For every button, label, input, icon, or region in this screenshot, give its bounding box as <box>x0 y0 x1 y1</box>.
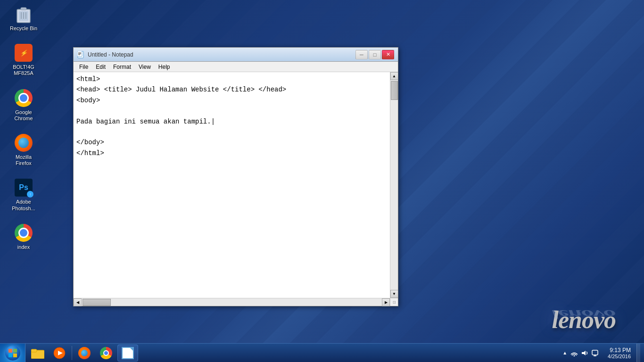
svg-marker-21 <box>582 351 586 355</box>
firefox-label: Mozilla Firefox <box>7 154 40 166</box>
google-chrome-label: Google Chrome <box>7 109 40 122</box>
index-label: index <box>17 244 30 250</box>
tray-volume-icon[interactable] <box>580 349 589 357</box>
start-button[interactable] <box>0 344 25 362</box>
notepad-hscrollbar[interactable]: ◀ ▶ <box>74 298 390 306</box>
scrollbar-corner: ⊡ <box>390 298 398 306</box>
file-manager-icon <box>31 346 44 360</box>
tray-action-center-icon[interactable] <box>591 349 599 357</box>
firefox-icon <box>14 133 33 152</box>
menu-edit[interactable]: Edit <box>92 63 109 71</box>
photoshop-label: Adobe Photosh... <box>7 199 40 211</box>
media-player-icon <box>53 346 66 360</box>
photoshop-icon: Ps ↑ <box>14 178 33 197</box>
recycle-bin-label: Recycle Bin <box>10 25 37 32</box>
taskbar-divider-1 <box>72 346 72 360</box>
scroll-thumb[interactable] <box>391 81 398 100</box>
notepad-window: Untitled - Notepad ─ □ ✕ File Edit Forma… <box>73 47 398 306</box>
desktop-icon-photoshop[interactable]: Ps ↑ Adobe Photosh... <box>5 176 42 214</box>
scroll-down-button[interactable]: ▼ <box>390 290 398 298</box>
menu-help[interactable]: Help <box>155 63 174 71</box>
svg-rect-3 <box>21 8 26 10</box>
menu-format[interactable]: Format <box>109 63 135 71</box>
minimize-button[interactable]: ─ <box>355 50 368 59</box>
lenovo-reflection: lenovo <box>552 307 616 321</box>
taskbar: ▲ <box>0 343 644 362</box>
start-orb <box>5 346 20 361</box>
svg-rect-13 <box>13 349 17 353</box>
tray-icons: ▲ <box>559 349 602 357</box>
show-desktop-button[interactable] <box>636 344 640 362</box>
bolt-label: BOLT!4G MF825A <box>13 64 34 76</box>
hscroll-right-button[interactable]: ▶ <box>382 298 390 306</box>
index-icon <box>14 223 33 242</box>
ps-badge: ↑ <box>27 191 33 197</box>
taskbar-app-file-manager[interactable] <box>27 345 48 362</box>
desktop-icons-area: Recycle Bin ⚡ BOLT!4G MF825A Google Chro… <box>0 0 47 330</box>
bolt-icon: ⚡ <box>14 43 33 62</box>
desktop-icon-firefox[interactable]: Mozilla Firefox <box>5 131 42 169</box>
notepad-title-icon <box>77 51 85 58</box>
hscroll-left-button[interactable]: ◀ <box>74 298 82 306</box>
tray-clock[interactable]: 9:13 PM 4/25/2016 <box>605 347 634 359</box>
tray-chevron-icon[interactable]: ▲ <box>561 350 568 355</box>
notepad-hscroll-row: ◀ ▶ ⊡ <box>74 298 398 306</box>
svg-rect-17 <box>31 349 37 352</box>
taskbar-apps <box>25 344 140 362</box>
windows-logo-icon <box>8 349 17 357</box>
desktop-icon-bolt[interactable]: ⚡ BOLT!4G MF825A <box>5 41 42 79</box>
svg-point-20 <box>574 355 575 356</box>
svg-rect-14 <box>8 354 12 357</box>
notepad-scrollbar[interactable]: ▲ ▼ <box>390 72 398 298</box>
notepad-content-area: <html> <head> <title> Judul Halaman Webs… <box>74 72 398 298</box>
svg-rect-22 <box>592 350 598 355</box>
tray-date: 4/25/2016 <box>608 354 631 359</box>
system-tray: ▲ <box>555 344 644 362</box>
desktop-icon-index[interactable]: index <box>5 221 42 253</box>
notepad-menubar: File Edit Format View Help <box>74 62 398 72</box>
hscroll-track[interactable] <box>82 298 382 306</box>
desktop: Recycle Bin ⚡ BOLT!4G MF825A Google Chro… <box>0 0 644 362</box>
taskbar-firefox-icon <box>78 346 91 360</box>
scroll-track[interactable] <box>390 80 398 290</box>
svg-rect-12 <box>8 349 12 353</box>
notepad-titlebar: Untitled - Notepad ─ □ ✕ <box>74 48 398 62</box>
desktop-icon-google-chrome[interactable]: Google Chrome <box>5 86 42 124</box>
desktop-icon-recycle-bin[interactable]: Recycle Bin <box>5 2 42 34</box>
menu-view[interactable]: View <box>135 63 155 71</box>
scroll-up-button[interactable]: ▲ <box>390 72 398 80</box>
titlebar-buttons: ─ □ ✕ <box>355 50 394 59</box>
taskbar-notepad-icon <box>121 346 134 360</box>
maximize-button[interactable]: □ <box>369 50 381 59</box>
hscroll-thumb[interactable] <box>83 299 111 306</box>
taskbar-app-chrome[interactable] <box>96 345 116 362</box>
tray-network-icon[interactable] <box>570 349 578 357</box>
notepad-title-text: Untitled - Notepad <box>88 51 355 58</box>
google-chrome-icon <box>14 89 33 107</box>
svg-rect-15 <box>13 354 17 357</box>
taskbar-app-notepad[interactable] <box>117 345 138 362</box>
taskbar-app-media-player[interactable] <box>49 345 70 362</box>
notepad-bottom: ◀ ▶ ⊡ <box>74 298 398 306</box>
tray-time: 9:13 PM <box>610 347 631 354</box>
close-button[interactable]: ✕ <box>382 50 394 59</box>
taskbar-chrome-icon <box>99 346 113 360</box>
notepad-textarea[interactable]: <html> <head> <title> Judul Halaman Webs… <box>74 72 390 298</box>
recycle-bin-icon <box>14 5 33 24</box>
menu-file[interactable]: File <box>75 63 92 71</box>
taskbar-app-firefox[interactable] <box>74 345 95 362</box>
